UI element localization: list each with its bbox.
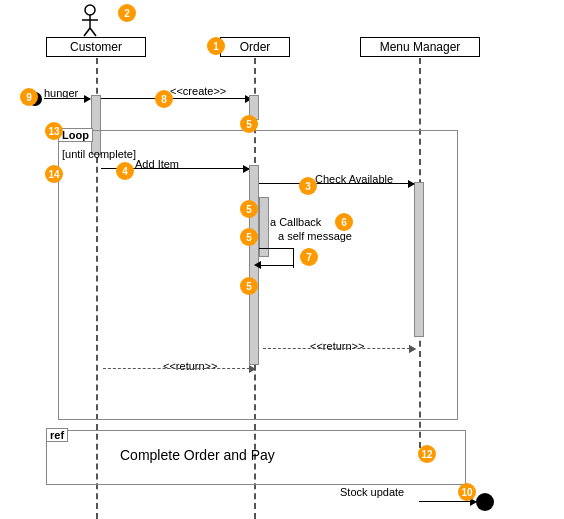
- menu-manager-label: Menu Manager: [380, 40, 461, 54]
- callback-label: a Callback: [270, 216, 321, 228]
- badge-14: 14: [45, 165, 63, 183]
- badge-7: 7: [300, 248, 318, 266]
- badge-6: 6: [335, 213, 353, 231]
- return1-label: <<return>>: [310, 340, 364, 352]
- ref-label: ref: [46, 428, 68, 442]
- sequence-diagram: 2 Customer 1 Order Menu Manager 9 hunger…: [0, 0, 564, 519]
- check-available-arrow: [259, 183, 414, 184]
- return2-arrow: [103, 368, 255, 369]
- end-circle: [476, 493, 494, 511]
- create-label: <<create>>: [170, 85, 226, 97]
- loop-condition: [until complete]: [62, 148, 136, 160]
- return1-arrow: [263, 348, 415, 349]
- customer-box: Customer: [46, 37, 146, 57]
- badge-12: 12: [418, 445, 436, 463]
- badge-5c: 5: [240, 228, 258, 246]
- customer-actor-figure: [78, 4, 102, 39]
- badge-2: 2: [118, 4, 136, 22]
- menu-activation: [414, 182, 424, 337]
- badge-3: 3: [299, 177, 317, 195]
- stock-update-arrow: [419, 501, 476, 502]
- menu-manager-box: Menu Manager: [360, 37, 480, 57]
- svg-point-0: [85, 5, 95, 15]
- self-arrowhead: [254, 261, 261, 269]
- badge-5d: 5: [240, 277, 258, 295]
- badge-5a: 5: [240, 115, 258, 133]
- complete-order-label: Complete Order and Pay: [120, 447, 275, 463]
- self-arrow-bottom: [259, 265, 294, 266]
- customer-label: Customer: [70, 40, 122, 54]
- badge-8: 8: [155, 90, 173, 108]
- svg-line-3: [84, 28, 90, 36]
- order-box: Order: [220, 37, 290, 57]
- badge-4: 4: [116, 162, 134, 180]
- loop-label: Loop: [58, 128, 93, 142]
- svg-line-4: [90, 28, 96, 36]
- hunger-arrow: [44, 98, 90, 99]
- badge-5b: 5: [240, 200, 258, 218]
- badge-9: 9: [20, 88, 38, 106]
- self-message-label: a self message: [278, 230, 352, 242]
- order-label: Order: [240, 40, 271, 54]
- stock-update-label: Stock update: [340, 486, 404, 498]
- return2-label: <<return>>: [163, 360, 217, 372]
- create-arrow: [101, 98, 251, 99]
- badge-10: 10: [458, 483, 476, 501]
- badge-13: 13: [45, 122, 63, 140]
- badge-1: 1: [207, 37, 225, 55]
